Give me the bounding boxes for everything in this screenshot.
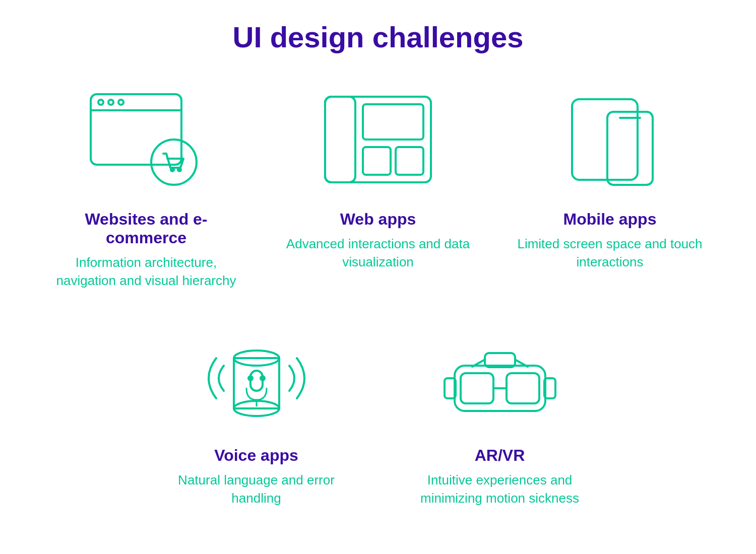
websites-icon-wrap	[81, 84, 212, 200]
svg-rect-14	[607, 112, 653, 185]
webapps-desc: Advanced interactions and data visualiza…	[282, 235, 474, 271]
arvr-desc: Intuitive experiences and minimizing mot…	[404, 471, 596, 508]
voice-desc: Natural language and error handling	[161, 471, 352, 508]
svg-rect-0	[91, 94, 181, 165]
svg-rect-11	[363, 147, 391, 175]
websites-icon	[86, 89, 207, 195]
arvr-icon	[439, 325, 560, 431]
voice-icon-wrap	[191, 320, 322, 436]
svg-point-21	[248, 376, 253, 380]
card-webapps: Web apps Advanced interactions and data …	[282, 84, 474, 290]
websites-desc: Information architecture, navigation and…	[50, 253, 242, 290]
mobile-desc: Limited screen space and touch interacti…	[514, 235, 706, 271]
webapps-icon	[320, 92, 436, 192]
svg-point-3	[108, 100, 113, 105]
voice-icon	[196, 325, 317, 431]
page-title: UI design challenges	[233, 20, 524, 54]
mobile-icon	[552, 92, 668, 192]
webapps-title: Web apps	[340, 210, 416, 229]
svg-rect-10	[363, 104, 423, 140]
card-mobile: Mobile apps Limited screen space and tou…	[514, 84, 706, 290]
svg-point-4	[118, 100, 123, 105]
svg-point-22	[261, 376, 265, 380]
card-websites: Websites and e-commerce Information arch…	[50, 84, 242, 290]
voice-title: Voice apps	[214, 446, 298, 465]
mobile-icon-wrap	[544, 84, 675, 200]
svg-rect-19	[250, 371, 263, 391]
card-arvr: AR/VR Intuitive experiences and minimizi…	[404, 320, 596, 508]
arvr-icon-wrap	[434, 320, 565, 436]
websites-title: Websites and e-commerce	[50, 210, 242, 247]
svg-rect-24	[461, 373, 493, 403]
arvr-title: AR/VR	[475, 446, 525, 465]
top-row: Websites and e-commerce Information arch…	[30, 84, 726, 290]
svg-point-2	[98, 100, 103, 105]
card-voice: Voice apps Natural language and error ha…	[161, 320, 352, 508]
bottom-row: Voice apps Natural language and error ha…	[135, 320, 621, 508]
svg-rect-12	[396, 147, 423, 175]
svg-point-7	[178, 168, 181, 171]
webapps-icon-wrap	[312, 84, 444, 200]
mobile-title: Mobile apps	[563, 210, 657, 229]
svg-point-5	[151, 140, 197, 185]
svg-point-6	[171, 168, 174, 171]
svg-rect-25	[507, 373, 539, 403]
svg-rect-9	[325, 97, 355, 182]
